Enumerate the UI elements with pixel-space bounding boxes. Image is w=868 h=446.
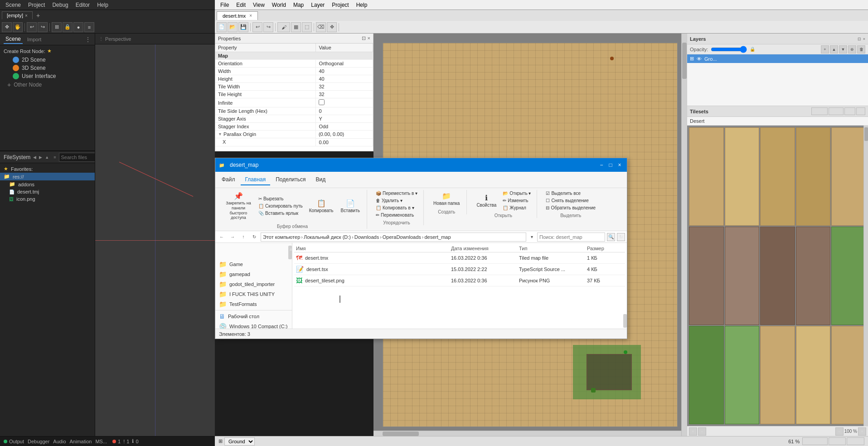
menu-scene[interactable]: Scene [2,1,24,9]
fe-new-folder-btn[interactable]: 📁 Новая папка [430,190,463,208]
tile-cell-stone[interactable] [689,227,724,325]
tiled-move-btn[interactable]: ✥ [327,22,337,32]
tiled-menu-file[interactable]: File [217,1,233,9]
fe-tab-file[interactable]: Файл [217,175,240,185]
tile-cell[interactable] [831,127,866,226]
tileset-zoom-out-btn[interactable]: − [835,427,844,436]
ms-item[interactable]: MS... [95,439,107,444]
infinite-checkbox[interactable] [319,99,325,105]
tilesets-close-btn[interactable]: × [856,107,865,115]
scene-panel-menu-btn[interactable]: ⋮ [85,36,91,43]
properties-close-btn[interactable]: × [368,35,370,41]
fe-cut-btn[interactable]: ✂ Вырезать [256,195,305,202]
parallax-expand-icon[interactable]: ▼ [218,132,222,136]
select-tool-btn[interactable]: ✥ [2,22,12,32]
fe-properties-btn[interactable]: ℹ Свойства [473,192,499,209]
more-btn[interactable]: ≡ [84,22,94,32]
import-btn[interactable]: Import [27,37,41,42]
layer-item-ground[interactable]: ⊞ 👁 Gro... [687,54,868,63]
fs-res[interactable]: 📁 res:// [0,173,95,180]
tiled-layer-dropdown[interactable]: Ground [224,437,255,446]
layer-delete-btn[interactable]: 🗑 [857,45,865,53]
fs-forward-btn[interactable]: ▶ [39,155,42,160]
fs-up-btn[interactable]: ▲ [45,155,49,160]
fe-select-all-btn[interactable]: ☑ Выделить все [543,190,598,197]
fs-addons[interactable]: 📁 addons [0,180,95,188]
fe-open-btn[interactable]: 📂 Открыть ▾ [500,190,533,197]
tiled-select-btn[interactable]: ⬚ [302,22,312,32]
tileset-vscroll[interactable] [863,126,868,426]
tile-cell-green[interactable] [689,326,724,424]
fe-search-input[interactable] [537,233,605,242]
tile-cell-stone[interactable] [725,227,760,325]
fe-folder-game[interactable]: 📁 Game [215,259,292,269]
tile-cell-green[interactable] [831,227,866,325]
news-btn[interactable]: News [847,437,864,445]
col-type[interactable]: Тип [519,246,587,251]
scene-item-2d[interactable]: 2D Scene [4,56,91,64]
tile-cell[interactable] [725,127,760,226]
tiled-menu-world[interactable]: World [268,1,290,9]
fe-desktop[interactable]: 🖥 Рабочий стол [215,311,292,321]
menu-editor[interactable]: Editor [72,1,93,9]
layer-duplicate-btn[interactable]: ⊕ [848,45,856,53]
tile-btn[interactable]: Tile... [829,437,846,445]
tiled-menu-layer[interactable]: Layer [307,1,328,9]
tileset-add-btn[interactable]: + [689,427,697,436]
fe-forward-btn[interactable]: → [228,233,237,242]
tile-cell[interactable] [760,326,795,424]
tile-cell-stone[interactable] [796,227,831,325]
fe-search-btn[interactable]: 🔍 [607,233,615,241]
animation-item[interactable]: Animation [70,439,92,444]
layer-up-btn[interactable]: ▲ [830,45,838,53]
sidebar-scroll-up-btn[interactable]: ▲ [288,246,292,259]
tiled-vscroll-thumb[interactable] [682,43,687,79]
fe-path-dropdown-btn[interactable]: ▾ [528,233,535,241]
tileset-zoom-in-btn[interactable]: + [858,427,866,436]
layers-close-btn[interactable]: × [863,37,865,41]
menu-project[interactable]: Project [24,1,48,9]
tab-add-button[interactable]: + [34,12,42,19]
fe-maximize-btn[interactable]: □ [607,161,614,169]
fe-tab-view[interactable]: Вид [311,175,330,185]
tiled-undo-btn[interactable]: ↩ [252,22,262,32]
opacity-lock-btn[interactable]: 🔒 [750,47,755,52]
fe-refresh-btn[interactable]: ↻ [250,233,259,242]
tile-cell[interactable] [760,127,795,226]
opacity-slider[interactable] [711,46,747,53]
tiled-stamp-btn[interactable]: 🖌 [277,22,290,32]
tiled-redo-btn[interactable]: ↪ [263,22,273,32]
audio-item[interactable]: Audio [53,439,66,444]
error-count[interactable]: 1 ! 1 ℹ 0 [112,438,138,444]
tiled-hscroll-thumb[interactable] [383,431,419,436]
tab-desert-tmx[interactable]: desert.tmx × [217,11,258,20]
ob-tab[interactable]: Ob... [811,107,828,115]
la-tab[interactable]: La... [829,107,844,115]
fe-deselect-btn[interactable]: ☐ Снять выделение [543,197,598,204]
tiled-menu-help[interactable]: Help [353,1,371,9]
fe-back-btn[interactable]: ← [217,233,226,242]
fe-tab-share[interactable]: Поделиться [271,175,310,185]
fe-folder-unity[interactable]: 📁 I FUCK THIS UNITY [215,289,292,299]
menu-debug[interactable]: Debug [48,1,72,9]
tilesets-tab-more[interactable]: ⋮ [844,107,855,115]
tiled-new-btn[interactable]: 📄 [217,22,227,32]
menu-help[interactable]: Help [93,1,112,9]
fe-delete-btn[interactable]: 🗑 Удалить ▾ [373,197,420,204]
fe-invert-btn[interactable]: ⊟ Обратить выделение [543,204,598,211]
tile-cell[interactable] [689,127,724,226]
fe-drive-c[interactable]: 💿 Windows 10 Compact (C:) [215,321,292,329]
perspective-menu[interactable]: ⋮ [99,36,103,41]
fe-close-btn[interactable]: × [616,161,623,169]
file-row-tmx[interactable]: 🗺 desert.tmx 16.03.2022 0:36 Tiled map f… [294,252,625,264]
fs-desert-tmj[interactable]: 📄 desert.tmj [0,188,95,195]
tiled-eraser-btn[interactable]: ⌫ [316,22,326,32]
fe-rename-btn[interactable]: ✏ Переименовать [373,212,420,218]
layer-down-btn[interactable]: ▼ [839,45,847,53]
tile-cell-stone[interactable] [760,227,795,325]
other-node-item[interactable]: + Other Node [4,80,91,89]
grid-btn[interactable]: ⊞ [52,22,62,32]
tiled-open-btn[interactable]: 📂 [228,22,238,32]
fs-view-btn[interactable]: ≡ [53,155,56,160]
tiled-menu-map[interactable]: Map [290,1,307,9]
